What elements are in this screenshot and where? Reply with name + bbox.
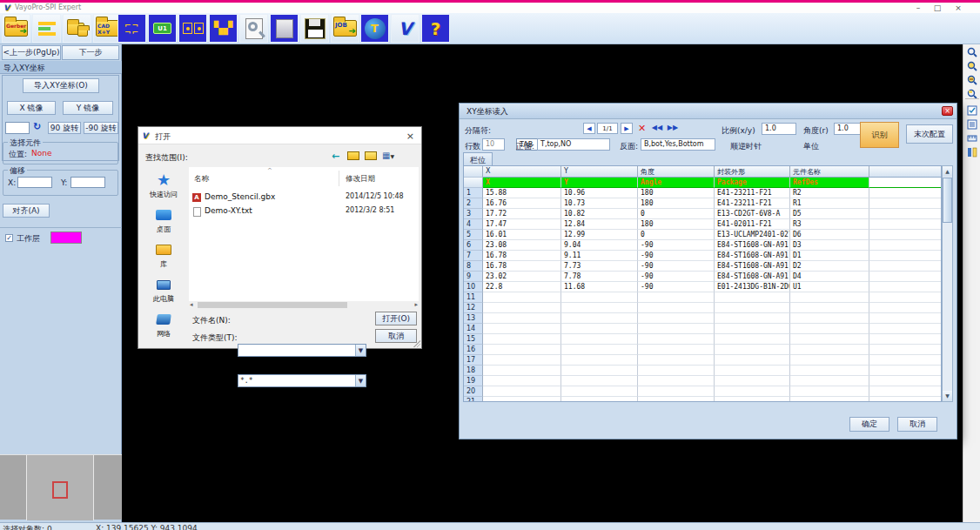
table-row[interactable]: 17 xyxy=(464,355,941,366)
scroll-right-icon[interactable]: ▸ xyxy=(414,301,418,309)
scroll-up-icon[interactable]: ▲ xyxy=(943,166,952,177)
table-row[interactable]: 13 xyxy=(464,313,941,324)
row-number[interactable]: 17 xyxy=(464,355,483,366)
row-count-input[interactable]: 10 xyxy=(482,138,505,151)
table-cell[interactable]: 22.8 xyxy=(483,282,561,292)
delete-row-icon[interactable]: ✕ xyxy=(638,123,646,134)
table-cell[interactable] xyxy=(715,334,790,345)
table-row[interactable]: 115.8810.96180E41-23211-F21R2 xyxy=(464,188,941,198)
table-row[interactable]: 516.0112.990E13-UCLAMP2401-027D6 xyxy=(464,230,941,240)
table-cell[interactable]: E84-ST1608-GN-A91 xyxy=(715,240,790,251)
table-cell[interactable] xyxy=(790,313,869,324)
maximize-button[interactable]: □ xyxy=(928,3,947,13)
table-cell[interactable] xyxy=(561,324,638,334)
table-cell[interactable]: 7.73 xyxy=(561,261,638,272)
place-network[interactable]: 网络 xyxy=(140,310,187,339)
zoom-icon[interactable] xyxy=(965,45,979,58)
panel-align-icon[interactable] xyxy=(32,14,61,43)
table-cell[interactable] xyxy=(715,345,790,355)
row-number[interactable]: 21 xyxy=(464,397,483,402)
table-row[interactable]: 417.4712.84180E41-02011-F21R3 xyxy=(464,219,941,230)
column-header-refdes[interactable]: 元件名称 xyxy=(790,166,869,178)
close-button[interactable]: × xyxy=(949,3,968,13)
back-icon[interactable]: ← xyxy=(332,151,339,162)
table-cell[interactable] xyxy=(790,292,869,303)
offset-x-input[interactable] xyxy=(17,177,52,188)
close-icon[interactable]: × xyxy=(942,106,953,116)
filetype-combo[interactable]: *.* ▼ xyxy=(238,374,366,387)
dropdown-arrow-icon[interactable]: ▼ xyxy=(355,345,366,356)
table-cell[interactable]: 16.78 xyxy=(483,261,561,272)
table-cell[interactable]: 12.99 xyxy=(561,230,638,240)
import-xy-button[interactable]: 导入XY坐标(O) xyxy=(23,78,99,93)
table-cell[interactable] xyxy=(483,313,561,324)
table-cell[interactable]: -90 xyxy=(638,272,715,282)
table-cell[interactable]: 180 xyxy=(638,188,715,198)
table-cell[interactable] xyxy=(561,292,638,303)
up-folder-icon[interactable] xyxy=(347,151,359,160)
table-cell[interactable] xyxy=(483,292,561,303)
table-cell[interactable] xyxy=(790,324,869,334)
table-cell[interactable]: -90 xyxy=(638,261,715,272)
table-cell[interactable]: 15.88 xyxy=(483,188,561,198)
minimize-button[interactable]: – xyxy=(909,3,928,13)
table-cell[interactable]: 12.84 xyxy=(561,219,638,230)
file-row[interactable]: A Demo_Stencil.gbx 2014/12/5 10:48 xyxy=(189,191,419,205)
help-icon[interactable]: ? xyxy=(421,14,450,43)
table-cell[interactable] xyxy=(715,366,790,376)
offset-y-input[interactable] xyxy=(70,177,105,188)
filename-combo[interactable]: ▼ xyxy=(238,344,366,357)
resize-grip[interactable] xyxy=(413,340,420,347)
work-layer-checkbox[interactable]: ✓ xyxy=(5,234,13,242)
row-number[interactable]: 18 xyxy=(464,366,483,376)
table-cell[interactable]: 9.04 xyxy=(561,240,638,251)
table-row[interactable]: 14 xyxy=(464,324,941,334)
table-cell[interactable]: -90 xyxy=(638,251,715,261)
table-cell[interactable] xyxy=(715,376,790,386)
table-row[interactable]: 716.789.11-90E84-ST1608-GN-A91D1 xyxy=(464,251,941,261)
place-this-pc[interactable]: 此电脑 xyxy=(140,275,187,304)
table-cell[interactable]: 9.11 xyxy=(561,251,638,261)
measure-icon[interactable] xyxy=(965,131,979,144)
column-header-x[interactable]: X xyxy=(483,166,561,178)
table-cell[interactable]: E13-CD2GT-6V8-A xyxy=(715,209,790,219)
page-prev-icon[interactable]: ◀ xyxy=(583,123,595,134)
row-number[interactable]: 8 xyxy=(464,261,483,272)
table-cell[interactable]: E01-2413DG-B1N-2DO xyxy=(715,282,790,292)
table-cell[interactable] xyxy=(790,303,869,313)
table-cell[interactable]: E84-ST1608-GN-A91 xyxy=(715,261,790,272)
table-row[interactable]: 20 xyxy=(464,386,941,397)
table-cell[interactable] xyxy=(561,345,638,355)
table-cell[interactable] xyxy=(715,397,790,402)
table-cell[interactable]: D2 xyxy=(790,261,869,272)
spi-machine-icon[interactable] xyxy=(270,14,299,43)
table-cell[interactable] xyxy=(790,366,869,376)
last-page-icon[interactable]: ▶▶ xyxy=(667,123,679,134)
component-icon[interactable]: U1 xyxy=(148,14,177,43)
table-cell[interactable] xyxy=(715,355,790,366)
table-cell[interactable] xyxy=(638,386,715,397)
scroll-down-icon[interactable]: ▼ xyxy=(943,391,952,401)
table-cell[interactable] xyxy=(561,376,638,386)
table-cell[interactable]: E84-ST1608-GN-A91 xyxy=(715,251,790,261)
file-row[interactable]: Demo-XY.txt 2012/3/2 8:51 xyxy=(189,205,419,219)
table-cell[interactable] xyxy=(638,345,715,355)
split-view-icon[interactable] xyxy=(965,145,979,158)
table-cell[interactable] xyxy=(483,303,561,313)
horizontal-scrollbar[interactable]: ◂ ▸ xyxy=(189,301,419,309)
table-cell[interactable] xyxy=(483,345,561,355)
table-cell[interactable] xyxy=(483,324,561,334)
scroll-left-icon[interactable]: ◂ xyxy=(190,301,193,309)
table-cell[interactable] xyxy=(715,324,790,334)
row-number[interactable]: 12 xyxy=(464,303,483,313)
table-cell[interactable] xyxy=(790,386,869,397)
table-cell[interactable] xyxy=(561,386,638,397)
column-header-package[interactable]: 封装外形 xyxy=(715,166,790,178)
table-cell[interactable] xyxy=(715,292,790,303)
column-header-name[interactable]: 名称 xyxy=(194,174,209,184)
views-icon[interactable]: ▦▼ xyxy=(382,151,394,160)
row-number[interactable]: 13 xyxy=(464,313,483,324)
vertical-scrollbar[interactable]: ▲ ▼ xyxy=(942,165,953,402)
table-cell[interactable]: U1 xyxy=(790,282,869,292)
table-cell[interactable] xyxy=(638,324,715,334)
